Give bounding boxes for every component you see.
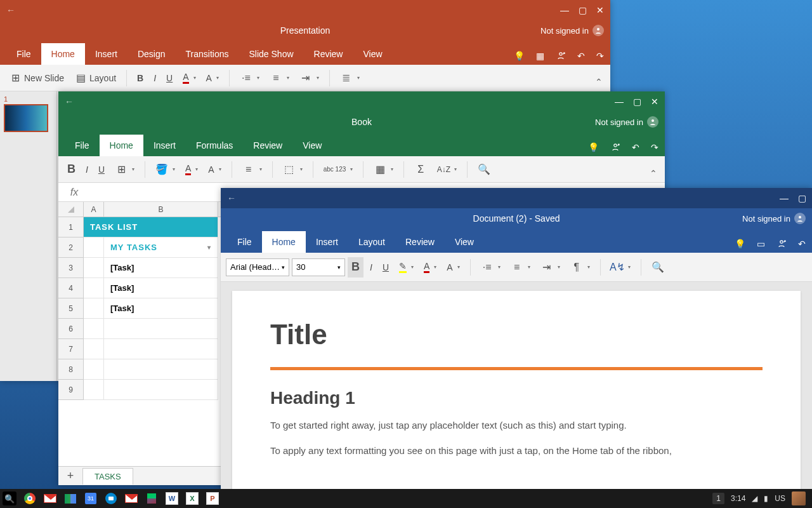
doc-paragraph-2[interactable]: To apply any text formatting you see on … — [270, 443, 763, 459]
bold-button[interactable]: B — [348, 257, 363, 277]
layout-button[interactable]: ▤Layout — [70, 68, 120, 88]
back-icon[interactable]: ← — [65, 97, 74, 107]
number-format-button[interactable]: abc 123 — [320, 159, 357, 180]
lightbulb-icon[interactable]: 💡 — [588, 142, 599, 152]
tab-insert[interactable]: Insert — [306, 231, 348, 253]
undo-icon[interactable]: ↶ — [577, 51, 585, 61]
row-header[interactable]: 2 — [58, 237, 84, 258]
fill-color-button[interactable]: 🪣 — [152, 159, 179, 180]
col-header-b[interactable]: B — [104, 202, 218, 217]
cell[interactable] — [84, 380, 104, 400]
minimize-icon[interactable]: — — [779, 193, 789, 203]
drive-icon[interactable] — [63, 491, 77, 505]
numbering-button[interactable]: ≡ — [507, 257, 534, 277]
numbering-button[interactable]: ≡ — [266, 68, 293, 88]
tab-view[interactable]: View — [353, 43, 392, 65]
underline-button[interactable]: U — [95, 159, 108, 180]
wd-signin[interactable]: Not signed in — [742, 213, 806, 224]
tab-insert[interactable]: Insert — [85, 43, 128, 65]
tab-review[interactable]: Review — [395, 231, 445, 253]
cell[interactable] — [104, 380, 218, 400]
paragraph-button[interactable]: ¶ — [566, 257, 594, 277]
cell[interactable] — [104, 319, 218, 339]
tab-file[interactable]: File — [6, 43, 41, 65]
underline-button[interactable]: U — [162, 68, 176, 88]
borders-button[interactable]: ⊞ — [111, 159, 138, 180]
document-area[interactable]: Title Heading 1 To get started right awa… — [221, 282, 812, 493]
bullets-button[interactable]: ∙≡ — [477, 257, 504, 277]
font-size-button[interactable]: A — [443, 257, 463, 277]
tab-design[interactable]: Design — [128, 43, 176, 65]
bold-button[interactable]: B — [133, 68, 147, 88]
cell[interactable]: [Task] — [104, 278, 218, 298]
document-page[interactable]: Title Heading 1 To get started right awa… — [232, 291, 801, 493]
close-icon[interactable]: ✕ — [595, 5, 605, 15]
collapse-ribbon-icon[interactable]: ⌃ — [595, 77, 603, 87]
italic-button[interactable]: I — [82, 159, 92, 180]
cell[interactable] — [84, 278, 104, 298]
indent-button[interactable]: ⇥ — [296, 68, 323, 88]
tab-review[interactable]: Review — [304, 43, 353, 65]
share-icon[interactable] — [610, 142, 620, 152]
minimize-icon[interactable]: — — [614, 97, 624, 107]
new-slide-button[interactable]: ⊞New Slide — [5, 68, 68, 88]
maximize-icon[interactable]: ▢ — [632, 97, 642, 107]
tab-view[interactable]: View — [445, 231, 484, 253]
row-header[interactable]: 8 — [58, 359, 84, 380]
col-header-a[interactable]: A — [84, 202, 104, 217]
battery-icon[interactable]: ▮ — [764, 494, 768, 503]
cell[interactable] — [84, 237, 104, 258]
add-sheet-button[interactable]: + — [62, 469, 79, 483]
tab-view[interactable]: View — [292, 135, 332, 156]
select-all-cell[interactable] — [58, 202, 84, 217]
tab-file[interactable]: File — [65, 135, 100, 156]
chrome-icon[interactable] — [23, 491, 37, 505]
share-icon[interactable] — [556, 51, 566, 61]
word-icon[interactable]: W — [165, 491, 179, 505]
undo-icon[interactable]: ↶ — [798, 239, 806, 249]
workspace-badge[interactable]: 1 — [712, 493, 724, 504]
cell[interactable] — [84, 298, 104, 319]
font-size-button[interactable]: A — [202, 68, 223, 88]
tab-transitions[interactable]: Transitions — [176, 43, 239, 65]
styles-button[interactable]: A↯ — [607, 257, 634, 277]
row-header[interactable]: 4 — [58, 278, 84, 298]
back-icon[interactable]: ← — [6, 5, 15, 15]
cell[interactable] — [84, 258, 104, 278]
autosum-button[interactable]: Σ — [410, 159, 431, 180]
search-icon[interactable]: 🔍 — [3, 491, 16, 505]
gmail-icon[interactable] — [43, 491, 57, 505]
back-icon[interactable]: ← — [227, 193, 236, 203]
row-header[interactable]: 3 — [58, 258, 84, 278]
calendar-icon[interactable]: 31 — [84, 491, 98, 505]
underline-button[interactable]: U — [379, 257, 393, 277]
tab-home[interactable]: Home — [262, 231, 306, 253]
present-icon[interactable]: ▦ — [536, 51, 544, 61]
user-avatar[interactable] — [792, 491, 806, 505]
italic-button[interactable]: I — [150, 68, 160, 88]
row-header[interactable]: 6 — [58, 319, 84, 339]
lightbulb-icon[interactable]: 💡 — [514, 51, 525, 61]
bold-button[interactable]: B — [63, 159, 79, 180]
row-header[interactable]: 9 — [58, 380, 84, 400]
powerpoint-icon[interactable]: P — [206, 491, 219, 505]
doc-paragraph-1[interactable]: To get started right away, just tap any … — [270, 417, 763, 434]
font-color-button[interactable]: A — [181, 159, 202, 180]
bullets-button[interactable]: ∙≡ — [236, 68, 263, 88]
cell[interactable]: MY TASKS▾ — [104, 237, 218, 258]
tab-file[interactable]: File — [227, 231, 262, 253]
fx-label[interactable]: fx — [58, 187, 90, 198]
cell[interactable] — [104, 339, 218, 359]
tab-home[interactable]: Home — [100, 135, 143, 156]
cell[interactable] — [84, 319, 104, 339]
pp-signin[interactable]: Not signed in — [540, 25, 604, 36]
font-color-button[interactable]: A — [420, 257, 440, 277]
maximize-icon[interactable]: ▢ — [797, 193, 807, 203]
cell[interactable] — [84, 339, 104, 359]
wd-titlebar[interactable]: ← — ▢ — [221, 188, 812, 208]
share-icon[interactable] — [776, 239, 787, 249]
wifi-icon[interactable]: ◢ — [752, 494, 757, 503]
font-name-combo[interactable]: Arial (Head…▾ — [226, 258, 289, 276]
cell[interactable] — [104, 359, 218, 380]
sort-button[interactable]: A↓Z — [433, 159, 461, 180]
